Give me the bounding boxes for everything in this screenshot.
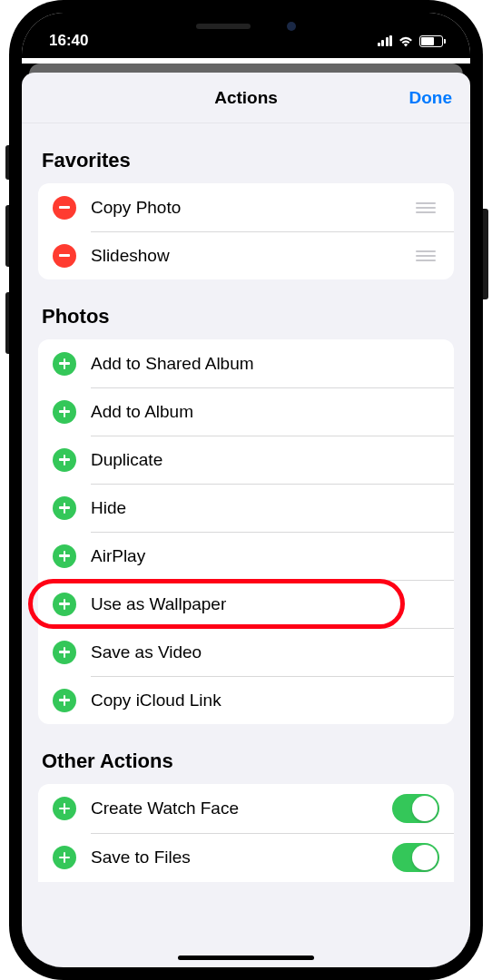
add-icon[interactable] — [53, 400, 76, 424]
photos-row-airplay[interactable]: AirPlay — [38, 532, 454, 580]
photos-row-copy-icloud-link[interactable]: Copy iCloud Link — [38, 676, 454, 724]
photos-header: Photos — [42, 305, 454, 328]
row-label: Duplicate — [91, 450, 439, 470]
row-label: Copy Photo — [91, 198, 412, 218]
signal-icon — [378, 35, 393, 46]
notch — [146, 13, 346, 40]
photos-row-use-as-wallpaper[interactable]: Use as Wallpaper — [38, 580, 454, 628]
status-icons — [378, 35, 444, 47]
power-button — [483, 209, 488, 299]
nav-header: Actions Done — [22, 73, 470, 123]
add-icon[interactable] — [53, 496, 76, 520]
row-label: AirPlay — [91, 546, 439, 566]
row-label: Copy iCloud Link — [91, 691, 439, 710]
add-icon[interactable] — [53, 797, 76, 820]
home-indicator[interactable] — [178, 956, 314, 960]
photos-row-duplicate[interactable]: Duplicate — [38, 436, 454, 484]
front-camera — [287, 22, 296, 31]
photos-row-add-album[interactable]: Add to Album — [38, 387, 454, 436]
favorites-card: Copy Photo Slideshow — [38, 183, 454, 279]
photos-row-save-as-video[interactable]: Save as Video — [38, 628, 454, 676]
photos-card: Add to Shared Album Add to Album Duplica… — [38, 339, 454, 724]
row-label: Add to Album — [91, 402, 439, 422]
row-label: Save as Video — [91, 642, 439, 662]
row-label: Hide — [91, 498, 439, 518]
row-label: Slideshow — [91, 246, 412, 266]
reorder-handle-icon[interactable] — [412, 199, 439, 217]
other-row-save-to-files[interactable]: Save to Files — [38, 833, 454, 882]
done-button[interactable]: Done — [409, 88, 453, 108]
favorites-row-slideshow[interactable]: Slideshow — [38, 231, 454, 279]
speaker — [196, 24, 251, 29]
battery-icon — [419, 35, 443, 47]
other-actions-header: Other Actions — [42, 750, 454, 773]
phone-frame: 16:40 Actions Done — [9, 0, 483, 980]
wifi-icon — [398, 35, 414, 47]
reorder-handle-icon[interactable] — [412, 247, 439, 265]
add-icon[interactable] — [53, 448, 76, 472]
photos-row-hide[interactable]: Hide — [38, 484, 454, 532]
other-actions-card: Create Watch Face Save to Files — [38, 784, 454, 882]
status-time: 16:40 — [49, 32, 88, 50]
favorites-row-copy-photo[interactable]: Copy Photo — [38, 183, 454, 231]
add-icon[interactable] — [53, 593, 76, 616]
screen: 16:40 Actions Done — [22, 13, 470, 967]
row-label: Create Watch Face — [91, 799, 392, 818]
add-icon[interactable] — [53, 846, 76, 869]
toggle-switch[interactable] — [392, 794, 439, 823]
row-label: Use as Wallpaper — [91, 594, 439, 614]
favorites-header: Favorites — [42, 149, 454, 172]
add-icon[interactable] — [53, 689, 76, 712]
actions-sheet: Actions Done Favorites Copy Photo — [22, 73, 470, 967]
add-icon[interactable] — [53, 641, 76, 664]
add-icon[interactable] — [53, 544, 76, 568]
photos-row-add-shared-album[interactable]: Add to Shared Album — [38, 339, 454, 387]
other-row-create-watch-face[interactable]: Create Watch Face — [38, 784, 454, 833]
row-label: Save to Files — [91, 848, 392, 867]
add-icon[interactable] — [53, 352, 76, 376]
remove-icon[interactable] — [53, 196, 76, 220]
nav-title: Actions — [214, 88, 278, 108]
toggle-switch[interactable] — [392, 843, 439, 872]
row-label: Add to Shared Album — [91, 354, 439, 374]
remove-icon[interactable] — [53, 244, 76, 268]
